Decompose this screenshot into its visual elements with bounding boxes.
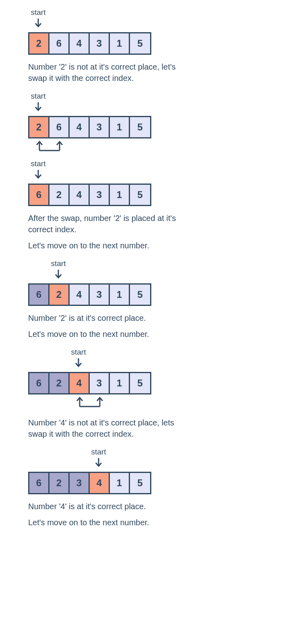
array-cell: 5 [130, 373, 150, 393]
pointer-label-row: start [28, 448, 299, 456]
array-cell: 2 [49, 185, 70, 205]
pointer-arrow-row [28, 457, 299, 470]
array-cell: 2 [49, 285, 70, 305]
array-cell: 4 [70, 285, 90, 305]
array-cell: 3 [90, 285, 110, 305]
down-arrow-icon [68, 357, 89, 370]
diagram-root: start 264315Number '2' is not at it's co… [28, 8, 299, 528]
pointer-arrow-row [28, 101, 299, 114]
array-cell: 6 [49, 117, 70, 137]
array-cell: 1 [110, 117, 130, 137]
array-cell: 3 [90, 33, 110, 54]
array-cell: 3 [90, 185, 110, 205]
caption: Let's move on to the next number. [28, 517, 181, 528]
array-cell: 4 [70, 185, 90, 205]
array-cell: 3 [70, 473, 90, 493]
array-cell: 1 [110, 33, 130, 54]
array-cell: 2 [49, 473, 70, 493]
array-cell: 6 [29, 473, 49, 493]
pointer-label-row: start [28, 8, 299, 17]
pointer-arrow-row [28, 357, 299, 370]
down-arrow-icon [28, 18, 48, 31]
array-cell: 2 [49, 373, 70, 393]
array-cell: 6 [29, 185, 49, 205]
step: start 264315Number '2' is not at it's co… [28, 8, 299, 84]
array: 623415 [28, 472, 151, 494]
pointer-label-row: start [28, 348, 299, 357]
array-cell: 3 [90, 117, 110, 137]
array-cell: 3 [90, 373, 110, 393]
pointer-arrow-row [28, 269, 299, 282]
array: 624315 [28, 184, 151, 206]
pointer-label: start [89, 448, 109, 456]
array-cell: 6 [49, 33, 70, 54]
array-cell: 1 [110, 373, 130, 393]
step: start 624315Number '2' is at it's correc… [28, 259, 299, 340]
step: start 624315 Number '4' is not at it's c… [28, 348, 299, 440]
down-arrow-icon [28, 101, 48, 114]
array: 624315 [28, 283, 151, 306]
pointer-arrow-row [28, 169, 299, 182]
array: 624315 [28, 372, 151, 394]
pointer-arrow-row [28, 18, 299, 31]
swap-connector-icon [28, 396, 299, 411]
caption: Let's move on to the next number. [28, 240, 181, 251]
array-cell: 4 [70, 373, 90, 393]
array-cell: 5 [130, 117, 150, 137]
array-cell: 1 [110, 473, 130, 493]
array-cell: 2 [29, 117, 49, 137]
pointer-label: start [28, 159, 48, 168]
pointer-label-row: start [28, 159, 299, 168]
array-cell: 4 [90, 473, 110, 493]
pointer-label: start [28, 92, 48, 101]
array-cell: 4 [70, 117, 90, 137]
down-arrow-icon [48, 269, 68, 282]
array-cell: 5 [130, 185, 150, 205]
array-cell: 2 [29, 33, 49, 54]
array-cell: 4 [70, 33, 90, 54]
down-arrow-icon [28, 169, 48, 182]
caption: Let's move on to the next number. [28, 328, 181, 340]
down-arrow-icon [89, 457, 109, 470]
array-cell: 6 [29, 373, 49, 393]
caption: Number '2' is not at it's correct place,… [28, 61, 181, 84]
caption: Number '4' is at it's correct place. [28, 501, 181, 512]
array-cell: 5 [130, 33, 150, 54]
swap-connector-icon [28, 140, 299, 155]
array: 264315 [28, 116, 151, 138]
array-cell: 6 [29, 285, 49, 305]
array-cell: 1 [110, 285, 130, 305]
array: 264315 [28, 32, 151, 55]
step: start 264315 [28, 92, 299, 155]
pointer-label: start [48, 259, 68, 268]
step: start 623415Number '4' is at it's correc… [28, 448, 299, 528]
caption: Number '2' is at it's correct place. [28, 312, 181, 324]
array-cell: 5 [130, 473, 150, 493]
step: start 624315After the swap, number '2' i… [28, 159, 299, 251]
pointer-label-row: start [28, 259, 299, 268]
pointer-label: start [68, 348, 89, 357]
caption: Number '4' is not at it's correct place,… [28, 417, 181, 440]
caption: After the swap, number '2' is placed at … [28, 213, 181, 235]
pointer-label: start [28, 8, 48, 17]
array-cell: 5 [130, 285, 150, 305]
pointer-label-row: start [28, 92, 299, 101]
array-cell: 1 [110, 185, 130, 205]
